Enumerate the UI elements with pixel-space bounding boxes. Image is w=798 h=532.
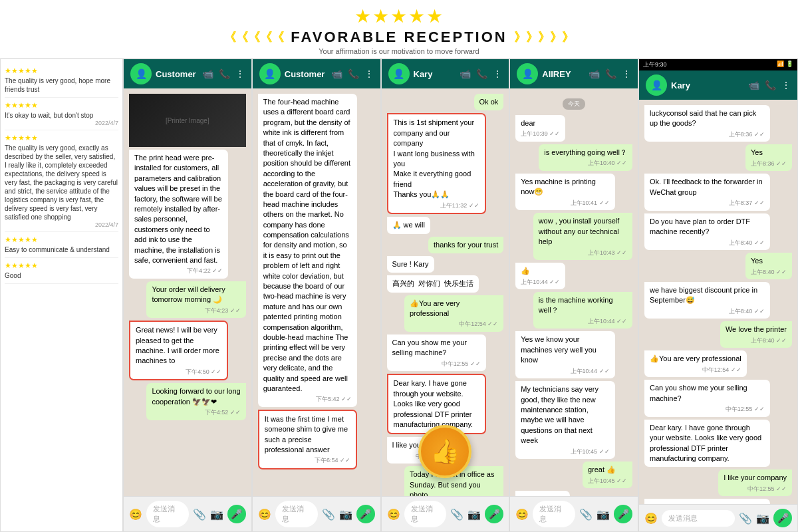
call-icon-right[interactable]: 📞: [765, 80, 776, 90]
video-icon-3[interactable]: 📹: [460, 68, 471, 79]
header: ★★★★★ 《《《《《 FAVORABLE RECEPTION 》》》》》 Yo…: [0, 0, 798, 59]
more-icon-2[interactable]: ⋮: [364, 68, 374, 79]
call-icon-center[interactable]: 📞: [605, 68, 616, 79]
chat-header-3: 👤 Kary 📹 📞 ⋮: [382, 59, 509, 88]
more-icon[interactable]: ⋮: [235, 68, 245, 79]
message-time: 上午8:40 ✓✓: [726, 336, 787, 345]
send-button-3[interactable]: 🎤: [485, 505, 503, 523]
chat-panel-2: 👤 Customer 📹 📞 ⋮ The four-head machine u…: [252, 59, 381, 532]
message-time: 上午10:40 ✓✓: [544, 159, 627, 168]
message-wrapper: My technicians say very good, they like …: [515, 381, 632, 459]
more-icon-center[interactable]: ⋮: [622, 68, 631, 79]
chat-footer-center: 😊 发送消息 📎 📷 🎤: [510, 496, 638, 531]
message-text: is the machine working well？: [539, 295, 627, 316]
emoji-icon-2[interactable]: 😊: [258, 508, 271, 521]
message-text: Yes: [751, 256, 787, 266]
send-button-center[interactable]: 🎤: [614, 505, 632, 523]
message-text: great 👍: [588, 465, 627, 475]
message-bubble: Sure ! Kary: [387, 256, 434, 273]
emoji-icon-1[interactable]: 😊: [129, 508, 142, 521]
video-icon-center[interactable]: 📹: [589, 68, 600, 79]
chat-input-3[interactable]: 发送消息: [404, 501, 447, 527]
message-bubble: 高兴的 对你们 快乐生活: [387, 275, 479, 292]
message-time: 中午12:55 ✓✓: [724, 485, 787, 493]
send-button-right[interactable]: 🎤: [773, 509, 792, 527]
message-text: We love the printer: [726, 325, 787, 334]
message-text: Looking forward to our long cooperation …: [152, 386, 240, 407]
chat-input-2[interactable]: 发送消息: [275, 501, 318, 527]
chat-header-2: 👤 Customer 📹 📞 ⋮: [253, 59, 380, 88]
camera-icon-2[interactable]: 📷: [339, 508, 352, 521]
review-text: The quality is very good, hope more frie…: [5, 76, 118, 94]
message-bubble: wow , you install yourself without any o…: [533, 213, 632, 260]
message-text: The four-head machine uses a different b…: [263, 97, 352, 394]
message-time: 上午8:40 ✓✓: [650, 239, 765, 247]
review-date: 2022/4/7: [5, 221, 118, 228]
message-bubble: 👍上午10:44 ✓✓: [515, 263, 565, 289]
emoji-icon-center[interactable]: 😊: [515, 508, 529, 521]
send-button-2[interactable]: 🎤: [356, 505, 375, 523]
review-text: Good: [5, 271, 118, 280]
message-wrapper: Busy today？: [515, 491, 632, 496]
message-time: 上午10:41 ✓✓: [521, 199, 609, 207]
video-icon-right[interactable]: 📹: [748, 80, 759, 90]
attach-icon-2[interactable]: 📎: [322, 508, 335, 521]
call-icon[interactable]: 📞: [219, 68, 230, 79]
status-bar: 上午9:30 📶 🔋: [639, 59, 797, 70]
message-text: It was the first time I met someone shim…: [265, 414, 350, 456]
message-time: 上午10:39 ✓✓: [521, 130, 560, 138]
message-bubble: 👍You are very professional中午12:54 ✓✓: [644, 350, 747, 377]
message-wrapper: Can you show me your selling machine?中午1…: [387, 334, 504, 371]
message-text: Great news! I will be very pleased to ge…: [136, 325, 221, 366]
main-content: ★★★★★The quality is very good, hope more…: [0, 59, 798, 532]
message-time: 下午6:54 ✓✓: [265, 456, 350, 465]
review-text: It's okay to wait, but don't stop: [5, 111, 118, 120]
message-bubble: Ok. I'll feedback to the forwarder in We…: [644, 174, 770, 210]
message-wrapper: is the machine working well？上午10:44 ✓✓: [515, 292, 632, 329]
call-icon-3[interactable]: 📞: [476, 68, 487, 79]
message-time: 中午12:55 ✓✓: [392, 360, 481, 368]
camera-icon-1[interactable]: 📷: [210, 508, 223, 521]
message-bubble: Yes machine is printing now😁上午10:41 ✓✓: [515, 174, 614, 210]
chat-input-center[interactable]: 发送消息: [533, 501, 575, 527]
message-wrapper: 🙏 we will: [387, 217, 504, 233]
attach-icon-center[interactable]: 📎: [579, 508, 593, 521]
message-text: Busy today？: [521, 494, 564, 496]
emoji-icon-3[interactable]: 😊: [387, 508, 400, 521]
attach-icon-1[interactable]: 📎: [193, 508, 206, 521]
more-icon-3[interactable]: ⋮: [493, 68, 502, 79]
video-icon-2[interactable]: 📹: [331, 68, 342, 79]
message-bubble: luckyconsol said that he can pick up the…: [644, 105, 770, 142]
message-bubble: Your order will delivery tomorrow mornin…: [146, 281, 245, 318]
review-date: 2022/4/7: [5, 120, 118, 126]
message-time: 上午8:36 ✓✓: [751, 160, 787, 168]
message-time: 上午8:40 ✓✓: [751, 268, 787, 277]
message-time: 上午11:32 ✓✓: [394, 201, 479, 210]
video-icon[interactable]: 📹: [202, 68, 213, 79]
attach-icon-3[interactable]: 📎: [450, 508, 464, 521]
chat-input-1[interactable]: 发送消息: [146, 501, 189, 527]
review-item: ★★★★★It's okay to wait, but don't stop20…: [5, 98, 118, 130]
camera-icon-right[interactable]: 📷: [756, 512, 769, 525]
emoji-icon-right[interactable]: 😊: [644, 512, 658, 525]
avatar-3: 👤: [388, 63, 410, 84]
attach-icon-right[interactable]: 📎: [739, 512, 752, 525]
chat-name-3: Kary: [414, 69, 433, 79]
right-chat-body: luckyconsol said that he can pick up the…: [639, 100, 797, 504]
message-wrapper: Your order will delivery tomorrow mornin…: [129, 281, 246, 318]
right-chat-input[interactable]: 发送消息: [662, 510, 735, 527]
status-time: 上午9:30: [643, 61, 667, 69]
message-wrapper: I like your company中午12:55 ✓✓: [644, 469, 792, 496]
message-wrapper: dear上午10:39 ✓✓: [515, 115, 632, 142]
message-time: 上午10:45 ✓✓: [588, 477, 627, 485]
message-bubble: great 👍上午10:45 ✓✓: [583, 462, 632, 488]
camera-icon-3[interactable]: 📷: [467, 508, 481, 521]
review-stars: ★★★★★: [5, 261, 118, 270]
message-bubble: Do you have plan to order DTF machine re…: [644, 213, 770, 250]
call-icon-2[interactable]: 📞: [348, 68, 359, 79]
camera-icon-center[interactable]: 📷: [597, 508, 610, 521]
message-wrapper: 👍You are very professional中午12:54 ✓✓: [387, 295, 504, 332]
decorative-arrows-right: 》》》》》: [514, 29, 574, 45]
send-button-1[interactable]: 🎤: [227, 505, 246, 523]
more-icon-right[interactable]: ⋮: [781, 80, 791, 90]
